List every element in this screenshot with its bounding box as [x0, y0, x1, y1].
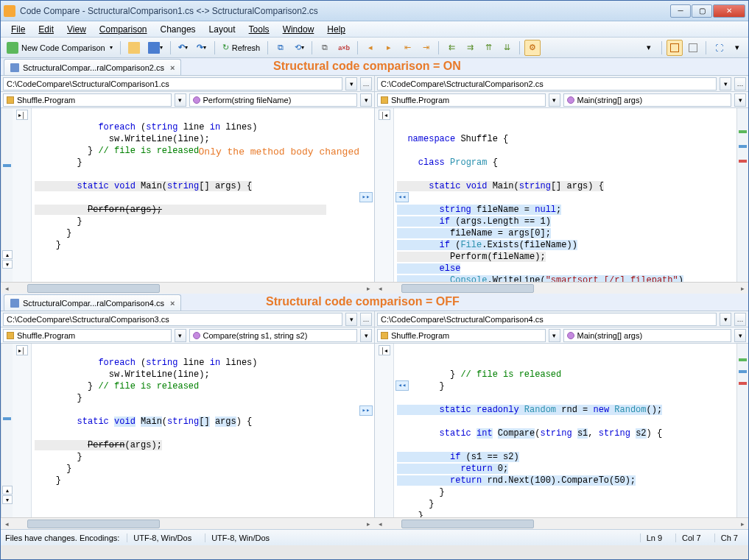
right-minimap[interactable]	[736, 108, 748, 282]
right-path-browse[interactable]: …	[734, 313, 746, 326]
inline-view-button[interactable]	[685, 40, 701, 56]
right-method-dropdown[interactable]: ▾	[734, 329, 746, 342]
left-file-path[interactable]	[3, 313, 342, 326]
right-h-scrollbar[interactable]: ◂▸	[375, 282, 749, 294]
right-path-browse[interactable]: …	[734, 77, 746, 91]
window-sync-button[interactable]: ⧉	[272, 40, 289, 56]
save-button[interactable]: ▾	[145, 40, 166, 56]
scroll-up-button[interactable]: ▴	[2, 486, 13, 495]
copy-right-arrow[interactable]: ▸▸	[359, 192, 373, 202]
right-h-scrollbar[interactable]: ◂▸	[375, 517, 749, 529]
merge-right-button[interactable]: ⇉	[462, 40, 478, 56]
first-diff-button[interactable]: ⇤	[399, 40, 415, 56]
last-diff-button[interactable]: ⇥	[418, 40, 434, 56]
collapse-button[interactable]: ▸│	[16, 110, 28, 120]
left-method-selector[interactable]: Compare(string s1, string s2)	[189, 329, 358, 342]
right-code-pane-top: │◂ ◂◂ namespace Shuffle { class Program …	[375, 108, 748, 282]
expand-button[interactable]: ⛶	[711, 40, 727, 56]
more-dropdown[interactable]: ▾	[729, 40, 745, 56]
left-path-dropdown[interactable]: ▾	[345, 313, 357, 326]
menu-window[interactable]: Window	[277, 23, 320, 36]
left-method-dropdown[interactable]: ▾	[360, 93, 372, 107]
right-method-dropdown[interactable]: ▾	[734, 93, 746, 107]
tab-top[interactable]: SctructuralCompar...ralComparison2.cs ×	[4, 59, 181, 75]
left-code-pane-top: ▸│ ▴ ▾ foreach (string line in lines) sw…	[1, 108, 375, 282]
left-method-dropdown[interactable]: ▾	[360, 329, 372, 342]
right-class-dropdown[interactable]: ▾	[549, 93, 560, 107]
structural-compare-toggle[interactable]: ⚙	[524, 40, 541, 56]
menu-help[interactable]: Help	[321, 23, 351, 36]
right-gutter: │◂	[375, 108, 394, 282]
left-file-path[interactable]	[3, 77, 342, 91]
collapse-button[interactable]: ▸│	[16, 345, 28, 355]
left-method-selector[interactable]: Perform(string fileName)	[189, 93, 358, 107]
new-comparison-button[interactable]: New Code Comparison▾	[4, 40, 116, 56]
reload-files-button[interactable]: ⟲▾	[291, 40, 307, 56]
menu-layout[interactable]: Layout	[203, 23, 242, 36]
right-file-path[interactable]	[377, 77, 717, 91]
refresh-button[interactable]: ↻Refresh	[219, 40, 264, 56]
undo-button[interactable]: ↶▾	[175, 40, 191, 56]
right-class-dropdown[interactable]: ▾	[549, 329, 560, 342]
right-minimap[interactable]	[736, 344, 748, 517]
status-col: Col 7	[675, 534, 707, 542]
close-button[interactable]: ✕	[713, 4, 745, 18]
left-path-dropdown[interactable]: ▾	[345, 77, 357, 91]
right-file-path[interactable]	[377, 313, 717, 326]
merge-up-button[interactable]: ⇈	[480, 40, 496, 56]
left-code-body[interactable]: foreach (string line in lines) sw.WriteL…	[32, 344, 374, 517]
status-encoding-left: UTF-8, Win/Dos	[127, 534, 197, 542]
menu-changes[interactable]: Changes	[155, 23, 202, 36]
copy-right-arrow[interactable]: ▸▸	[359, 405, 373, 416]
tab-close-icon[interactable]: ×	[170, 63, 175, 72]
merge-down-button[interactable]: ⇊	[499, 40, 515, 56]
copy-left-arrow[interactable]: ◂◂	[395, 192, 409, 202]
open-button[interactable]	[125, 40, 143, 56]
left-h-scrollbar[interactable]: ◂▸	[1, 282, 375, 294]
minimize-button[interactable]: ─	[670, 4, 691, 18]
left-path-browse[interactable]: …	[360, 77, 372, 91]
left-gutter: ▸│ ▴ ▾	[13, 344, 32, 517]
right-path-dropdown[interactable]: ▾	[720, 313, 731, 326]
left-class-selector[interactable]: Shuffle.Program	[3, 93, 172, 107]
menu-file[interactable]: File	[5, 23, 31, 36]
right-method-selector[interactable]: Main(string[] args)	[563, 93, 732, 107]
maximize-button[interactable]: ▢	[692, 4, 712, 18]
left-gutter: ▸│ ▴ ▾	[13, 108, 32, 282]
tabbar-bottom: SctructuralCompar...ralComparison4.cs × …	[1, 294, 748, 311]
left-class-dropdown[interactable]: ▾	[175, 93, 186, 107]
scroll-up-button[interactable]: ▴	[2, 250, 13, 259]
left-h-scrollbar[interactable]: ◂▸	[1, 517, 375, 529]
menu-edit[interactable]: Edit	[32, 23, 60, 36]
redo-button[interactable]: ↷▾	[194, 40, 210, 56]
copy-button[interactable]: ⧉	[317, 40, 333, 56]
options-dropdown[interactable]: ▾	[641, 40, 657, 56]
scroll-down-button[interactable]: ▾	[2, 495, 13, 504]
scroll-down-button[interactable]: ▾	[2, 260, 13, 269]
side-by-side-button[interactable]	[667, 40, 683, 56]
word-diff-button[interactable]: a×b	[335, 40, 353, 56]
prev-diff-button[interactable]: ◂	[362, 40, 379, 56]
right-class-selector[interactable]: Shuffle.Program	[377, 329, 546, 342]
copy-left-arrow[interactable]: ◂◂	[395, 380, 409, 391]
menu-comparison[interactable]: Comparison	[94, 23, 153, 36]
right-class-selector[interactable]: Shuffle.Program	[377, 93, 546, 107]
right-gutter: │◂	[375, 344, 394, 517]
right-code-body[interactable]: ◂◂ } // file is released } static readon…	[394, 344, 736, 517]
collapse-button[interactable]: │◂	[379, 345, 390, 355]
right-code-body[interactable]: ◂◂ namespace Shuffle { class Program { s…	[394, 108, 736, 282]
next-diff-button[interactable]: ▸	[381, 40, 397, 56]
left-path-browse[interactable]: …	[360, 313, 372, 326]
left-class-selector[interactable]: Shuffle.Program	[3, 329, 172, 342]
left-code-body[interactable]: foreach (string line in lines) sw.WriteL…	[32, 108, 374, 282]
tab-bottom[interactable]: SctructuralCompar...ralComparison4.cs ×	[4, 294, 181, 311]
titlebar: Code Compare - SctructuralComparison1.cs…	[1, 1, 748, 21]
left-class-dropdown[interactable]: ▾	[175, 329, 186, 342]
right-method-selector[interactable]: Main(string[] args)	[563, 329, 732, 342]
merge-left-button[interactable]: ⇇	[443, 40, 460, 56]
collapse-button[interactable]: │◂	[379, 110, 390, 120]
right-path-dropdown[interactable]: ▾	[720, 77, 731, 91]
menu-view[interactable]: View	[61, 23, 92, 36]
tab-close-icon[interactable]: ×	[170, 299, 175, 308]
menu-tools[interactable]: Tools	[243, 23, 275, 36]
